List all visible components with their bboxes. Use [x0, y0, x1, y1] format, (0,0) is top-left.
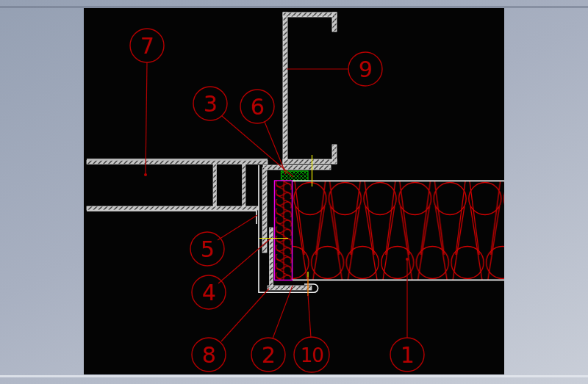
leader-1-dot [406, 258, 409, 261]
ceiling-track [263, 165, 331, 170]
callout-3-label: 3 [203, 91, 217, 117]
backdrop-bottom-edge [0, 375, 588, 377]
callout-4-label: 4 [201, 280, 215, 305]
wall-stud-right [243, 164, 246, 206]
membrane-insulation-strip [275, 181, 293, 280]
backdrop-top-edge [0, 6, 588, 8]
callout-1-label: 1 [400, 342, 414, 368]
c-channel-bottom-lip [332, 145, 337, 164]
callout-7-label: 7 [140, 33, 154, 59]
jamb-stud [262, 167, 267, 253]
c-channel-bottom-flange [283, 159, 337, 164]
app-backdrop: 1 2 3 4 5 [0, 0, 588, 384]
leader-7-dot [144, 173, 147, 176]
insulation-batt-field [293, 181, 504, 280]
callout-8-label: 8 [201, 342, 215, 368]
wall-stud-left [213, 164, 217, 206]
callout-5-label: 5 [200, 236, 214, 262]
cad-drawing: 1 2 3 4 5 [0, 0, 588, 384]
c-channel-top-flange [283, 12, 337, 17]
callout-9-label: 9 [358, 57, 372, 82]
angle-vertical-leg [270, 228, 273, 286]
angle-horizontal-leg [268, 286, 312, 290]
c-channel-top-lip [332, 12, 337, 32]
callout-2-label: 2 [261, 342, 275, 368]
c-channel-web [283, 12, 287, 164]
wall-top-track [87, 161, 268, 164]
callout-10-label: 10 [300, 344, 323, 366]
callout-6-label: 6 [250, 94, 264, 120]
wall-bottom-track [87, 206, 258, 210]
